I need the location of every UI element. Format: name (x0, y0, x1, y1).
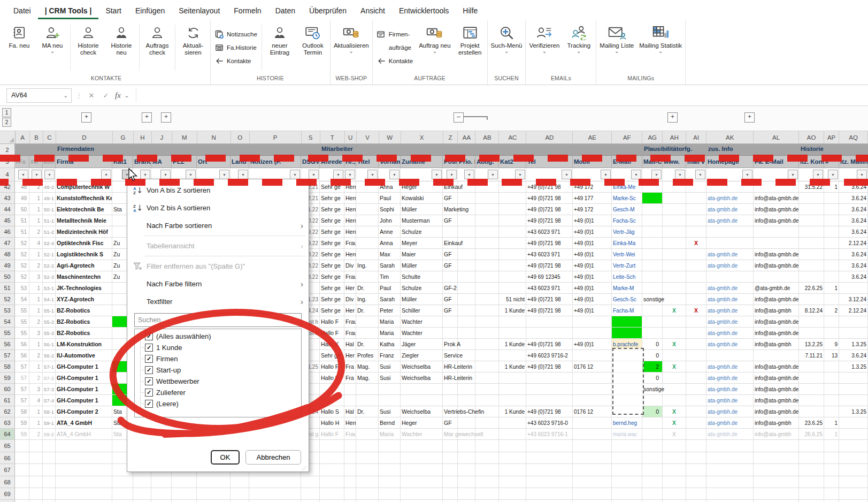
cell-W52[interactable]: Sarah (379, 294, 401, 305)
column-header-AQ[interactable]: AQ (839, 131, 868, 144)
column-header-U[interactable]: U (345, 131, 357, 144)
filter-dropdown-button-AH[interactable]: ▼ (675, 170, 685, 179)
cell-AE69[interactable] (573, 488, 612, 500)
cell-AO53[interactable]: 8.12.24 (799, 305, 824, 316)
cell-D59[interactable]: GH-Computer 1 (56, 372, 112, 384)
cell-B68[interactable] (29, 476, 43, 488)
outline-level-1[interactable]: 1 (2, 108, 11, 117)
column-header-Z[interactable]: Z (443, 131, 458, 144)
filter-dropdown-button-G[interactable]: ▼ (122, 170, 132, 179)
cell-B52[interactable]: 1 (29, 294, 43, 305)
cell-AL44[interactable]: info@ata-gmbh.de (754, 204, 799, 215)
cell-AF66[interactable] (612, 452, 642, 464)
row-header-69[interactable]: 69 (0, 488, 15, 500)
cell-C46[interactable]: 51-2 (43, 226, 56, 238)
cell-AL63[interactable]: info@ata-gmbh (754, 417, 799, 429)
cell-AK60[interactable]: ata-gmbh.de (706, 384, 754, 395)
cell-AD51[interactable]: +43 6023 971 (526, 283, 573, 294)
cell-AF51[interactable]: Marke-M (612, 283, 642, 294)
cell-U51[interactable]: Her (344, 283, 356, 294)
filter-dropdown-button-AG[interactable]: ▼ (651, 170, 662, 179)
row-header-59[interactable]: 59 (0, 372, 15, 384)
cell-AG43[interactable] (642, 193, 663, 204)
cell-AF65[interactable] (612, 440, 642, 452)
cell-A69[interactable] (15, 488, 29, 500)
cell-B50[interactable]: 3 (29, 271, 43, 283)
cell-C49[interactable]: 52-2 (43, 260, 56, 271)
cell-V53[interactable]: Dr. (356, 305, 379, 316)
cell-Z63[interactable]: GF (443, 417, 458, 429)
menu-item-text-filter[interactable]: Textfilter› (127, 293, 309, 310)
cell-U52[interactable]: Div (344, 294, 356, 305)
cell-X53[interactable]: Schiller (401, 305, 443, 316)
cell-S69[interactable] (301, 488, 320, 500)
cell-Z52[interactable]: GF (443, 294, 458, 305)
cell-V61[interactable] (356, 395, 379, 406)
cell-C69[interactable] (43, 488, 56, 500)
cell-M68[interactable] (172, 476, 197, 488)
cell-AE62[interactable]: 0176 12 (573, 406, 612, 417)
cell-B47[interactable]: 4 (29, 238, 43, 249)
checkbox-icon[interactable]: ✓ (145, 366, 153, 374)
cell-AO52[interactable] (799, 294, 824, 305)
row-header-60[interactable]: 60 (0, 384, 15, 395)
cell-AA63[interactable] (458, 417, 475, 429)
row-header-56[interactable]: 56 (0, 339, 15, 350)
cell-Z59[interactable]: HR-Leiterin (443, 372, 458, 384)
cell-T70[interactable] (320, 500, 344, 502)
cell-C62[interactable]: 58-1 (43, 406, 56, 417)
cell-Z70[interactable] (443, 500, 458, 502)
cell-AG48[interactable] (642, 249, 663, 260)
cell-AO44[interactable] (799, 204, 824, 215)
cell-B66[interactable] (29, 452, 43, 464)
cell-AI51[interactable] (686, 283, 706, 294)
cell-AK52[interactable]: ata-gmbh.de (706, 294, 754, 305)
cell-T56[interactable]: Hallo K (320, 339, 344, 350)
cell-AE51[interactable]: +49 (0)1 (573, 283, 612, 294)
cell-Z67[interactable] (443, 464, 458, 476)
cell-D46[interactable]: Medizintechnik Höf (56, 226, 112, 238)
cell-H68[interactable] (133, 476, 151, 488)
cell-AH48[interactable] (663, 249, 686, 260)
cell-AI58[interactable] (686, 361, 706, 372)
cell-X44[interactable]: Müller (401, 204, 443, 215)
tab-start[interactable]: Start (98, 2, 128, 19)
firmen-button[interactable]: Firmen- (377, 29, 413, 40)
cell-X58[interactable]: Weichselba (401, 361, 443, 372)
cell-AG67[interactable] (642, 464, 663, 476)
cell-W64[interactable]: Maria (379, 429, 401, 440)
cell-T60[interactable] (320, 384, 344, 395)
cell-T53[interactable]: Sehr ge (320, 305, 344, 316)
cell-AG68[interactable] (642, 476, 663, 488)
outline-collapse-button[interactable]: – (454, 112, 464, 123)
cell-U56[interactable]: Hal (344, 339, 356, 350)
outlook-termin-button[interactable]: Outlook Termin (296, 20, 329, 75)
cell-Z60[interactable] (443, 384, 458, 395)
cell-AL53[interactable]: info@ata-gmbh (754, 305, 799, 316)
checkbox-icon[interactable]: ✓ (145, 344, 153, 352)
cell-Z54[interactable] (443, 316, 458, 328)
cell-AB48[interactable] (475, 249, 499, 260)
outline-expand-button[interactable]: + (161, 112, 171, 123)
cell-AL57[interactable] (754, 350, 799, 361)
cell-AD68[interactable] (526, 476, 573, 488)
cell-AK59[interactable]: ata-gmbh.de (706, 372, 754, 384)
cell-AP55[interactable] (824, 328, 839, 339)
cell-Z62[interactable]: Vertriebs-Chefin (443, 406, 458, 417)
filter-checkbox-start-up[interactable]: ✓Start-up (136, 364, 300, 376)
cell-AK44[interactable]: ata-gmbh.de (706, 204, 754, 215)
cell-AO49[interactable] (799, 260, 824, 271)
checkbox-icon[interactable]: ✓ (145, 400, 153, 408)
cell-AL55[interactable]: info@ata-gmbh.de (754, 328, 799, 339)
cell-AL54[interactable]: info@ata-gmbh.de (754, 316, 799, 328)
cell-AQ49[interactable]: 3.6.24 (839, 260, 868, 271)
cell-AC48[interactable] (499, 249, 526, 260)
cell-AC44[interactable] (499, 204, 526, 215)
cell-T62[interactable]: Hallo S (320, 406, 344, 417)
cell-AC50[interactable] (499, 271, 526, 283)
filter-dropdown-button-P[interactable]: ▼ (290, 170, 300, 179)
filter-dropdown-button-N[interactable]: ▼ (219, 170, 229, 179)
column-header-V[interactable]: V (357, 131, 379, 144)
cell-AD60[interactable] (526, 384, 573, 395)
cell-AK68[interactable] (706, 476, 754, 488)
